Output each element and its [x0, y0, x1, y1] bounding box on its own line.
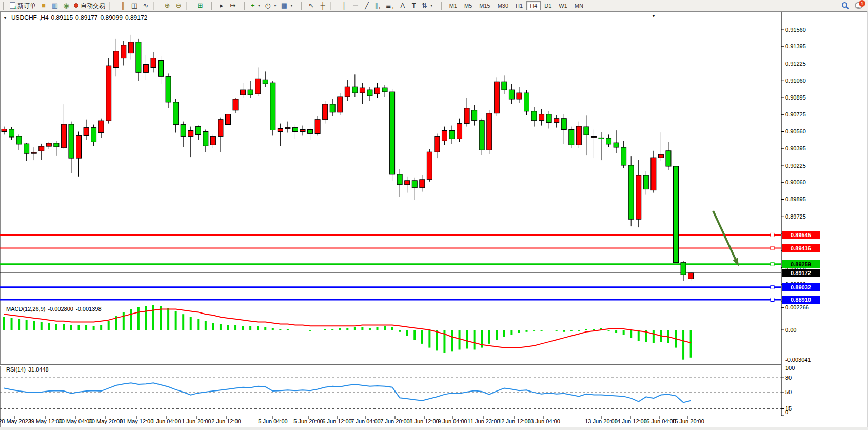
fibonacci-button[interactable]: ≣F — [384, 1, 397, 11]
hline-handle[interactable] — [771, 233, 774, 237]
trendline-icon: ╱ — [365, 2, 369, 9]
search-icon[interactable] — [841, 2, 850, 10]
timeframe-d1-button[interactable]: D1 — [541, 1, 555, 10]
toolbar-grip[interactable] — [244, 2, 247, 10]
candle-body — [435, 136, 440, 152]
arrows-button[interactable]: ⇅▼ — [420, 1, 436, 11]
text-label-button[interactable]: T — [408, 1, 420, 11]
time-axis-label: 1 Jun 20:00 — [182, 418, 211, 424]
signals-button[interactable]: ◉ — [61, 1, 72, 11]
horizontal-line-button[interactable]: ─ — [350, 1, 361, 11]
price-line-badge: 0.89259 — [782, 260, 820, 268]
price-line-badge: 0.89545 — [782, 231, 820, 239]
candle-body — [188, 131, 193, 137]
chart-shift-icon: ↦ — [230, 2, 236, 9]
chart-canvas[interactable] — [0, 11, 868, 430]
timeframe-mn-button[interactable]: MN — [571, 1, 587, 10]
equidistant-channel-button[interactable]: ∥E — [372, 1, 384, 11]
timeframe-h1-button[interactable]: H1 — [512, 1, 526, 10]
templates-button[interactable]: ▦▼ — [279, 1, 295, 11]
candle-body — [487, 113, 492, 150]
new-order-button[interactable]: 新订单 — [8, 1, 38, 11]
toolbar-separator — [298, 2, 298, 10]
timeframe-m1-button[interactable]: M1 — [446, 1, 461, 10]
bar-chart-button[interactable]: ║ — [117, 1, 129, 11]
line-chart-button[interactable]: ∿ — [140, 1, 151, 11]
market-watch-button[interactable]: ■ — [38, 1, 49, 11]
hline-handle[interactable] — [771, 262, 774, 266]
zoom-out-button[interactable]: ⊖ — [173, 1, 184, 11]
chart-shift-button[interactable]: ↦ — [227, 1, 239, 11]
vertical-line-icon: │ — [342, 2, 346, 9]
candle-body — [128, 42, 133, 53]
toolbar-grip[interactable] — [301, 2, 304, 10]
candle-body — [584, 127, 589, 135]
toolbar-separator — [208, 2, 208, 10]
autotrading-button[interactable]: 自动交易 — [72, 1, 107, 11]
toolbar-grip[interactable] — [3, 2, 6, 10]
chart-corner-caret[interactable]: ▼ — [652, 14, 656, 18]
notifications-icon[interactable]: 1 — [855, 2, 863, 9]
candle-body — [136, 42, 141, 73]
hline-handle[interactable] — [771, 285, 774, 289]
rsi-name: RSI(14) — [6, 366, 26, 373]
toolbar-separator — [438, 2, 438, 10]
price-line-badge: 0.88910 — [782, 296, 820, 304]
zoom-in-icon: ⊕ — [165, 2, 170, 9]
trendline-button[interactable]: ╱ — [361, 1, 372, 11]
time-axis-label: 14 Jun 12:00 — [614, 418, 647, 424]
auto-scroll-button[interactable]: ▸ — [216, 1, 227, 11]
toolbar-grip[interactable] — [441, 2, 444, 10]
time-axis-label: 12 Jun 12:00 — [498, 418, 531, 424]
trend-arrow-head[interactable] — [733, 258, 739, 266]
candle-body — [203, 132, 208, 146]
dropdown-caret-icon: ▼ — [430, 4, 433, 7]
candle-body — [494, 82, 499, 113]
bar-chart-icon: ║ — [121, 2, 125, 9]
hline-handle[interactable] — [771, 298, 774, 301]
toolbar-separator — [153, 2, 154, 10]
crosshair-button[interactable]: ┼ — [317, 1, 328, 11]
indicators-icon: + — [251, 2, 255, 9]
candle-body — [278, 129, 283, 132]
cursor-button[interactable]: ↖ — [306, 1, 317, 11]
toolbar-grip[interactable] — [113, 2, 115, 10]
toolbar-separator — [330, 2, 331, 10]
symbol-expand-caret[interactable]: ▼ — [3, 16, 7, 21]
candlestick-chart-button[interactable]: ◫ — [129, 1, 140, 11]
indicators-button[interactable]: +▼ — [249, 1, 263, 11]
data-window-button[interactable]: ▥ — [49, 1, 61, 11]
timeframe-h4-button[interactable]: H4 — [526, 1, 541, 10]
tile-windows-button[interactable]: ⊞ — [194, 1, 206, 11]
fibonacci-icon: ≣ — [386, 2, 391, 9]
periods-button[interactable]: ◷▼ — [263, 1, 279, 11]
toolbar-grip[interactable] — [334, 2, 337, 10]
data-window-icon: ▥ — [52, 2, 58, 9]
hline-handle[interactable] — [771, 246, 774, 250]
timeframe-m30-button[interactable]: M30 — [494, 1, 512, 10]
candle-body — [658, 154, 663, 158]
price-tick-label: 0.90895 — [785, 94, 806, 101]
timeframe-w1-button[interactable]: W1 — [555, 1, 571, 10]
macd-name: MACD(12,26,9) — [6, 306, 45, 312]
candle-body — [106, 66, 111, 121]
candle-body — [621, 147, 626, 165]
toolbar-grip[interactable] — [157, 2, 160, 10]
zoom-in-button[interactable]: ⊕ — [162, 1, 173, 11]
text-button[interactable]: A — [397, 1, 408, 11]
candle-body — [502, 82, 507, 90]
time-axis-label: 11 Jun 23:00 — [468, 418, 500, 424]
timeframe-m5-button[interactable]: M5 — [461, 1, 476, 10]
candle-body — [352, 87, 358, 93]
macd-tick-label: -0.003041 — [785, 357, 811, 363]
notification-badge: 1 — [859, 0, 865, 7]
candle-body — [2, 129, 7, 132]
toolbar-grip[interactable] — [211, 2, 214, 10]
timeframe-m15-button[interactable]: M15 — [476, 1, 494, 10]
candle-body — [16, 136, 22, 144]
vertical-line-button[interactable]: │ — [339, 1, 350, 11]
price-tick-label: 0.91395 — [785, 43, 806, 50]
toolbar-grip[interactable] — [190, 2, 192, 10]
candle-body — [113, 51, 119, 68]
candle-body — [233, 99, 238, 110]
